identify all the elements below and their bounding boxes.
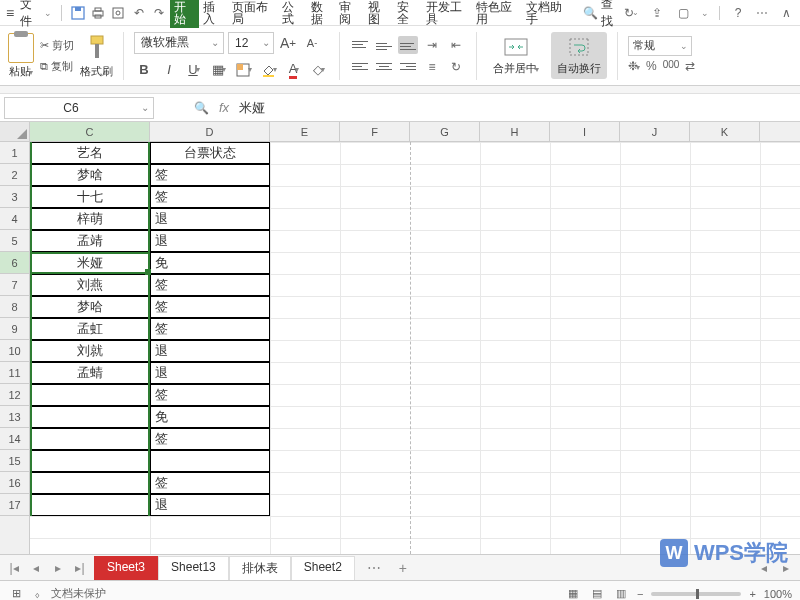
preview-icon[interactable]: [111, 5, 125, 21]
align-top-button[interactable]: [350, 36, 370, 54]
row-header-2[interactable]: 2: [0, 164, 29, 186]
scroll-right-icon[interactable]: ▸: [778, 561, 794, 575]
font-family-select[interactable]: 微软雅黑: [134, 32, 224, 54]
cell-D12[interactable]: 签: [150, 384, 270, 406]
underline-button[interactable]: U▾: [184, 60, 204, 80]
font-color-button[interactable]: A▾: [284, 60, 304, 80]
app-menu-icon[interactable]: ≡: [6, 5, 14, 21]
row-header-17[interactable]: 17: [0, 494, 29, 516]
collapse-icon[interactable]: ∧: [778, 5, 794, 21]
row-header-15[interactable]: 15: [0, 450, 29, 472]
currency-button[interactable]: ❉▾: [628, 59, 640, 76]
copy-button[interactable]: ⧉复制: [40, 57, 74, 75]
help-icon[interactable]: ?: [730, 5, 746, 21]
formula-input[interactable]: 米娅: [239, 99, 265, 117]
view-page-icon[interactable]: ▤: [589, 586, 605, 601]
sheet-tab-3[interactable]: Sheet2: [291, 556, 355, 580]
tab-formula[interactable]: 公式: [278, 0, 307, 28]
cell-D8[interactable]: 签: [150, 296, 270, 318]
border-button[interactable]: ▦▾: [209, 60, 229, 80]
zoom-in-button[interactable]: +: [749, 588, 755, 600]
percent-button[interactable]: %: [646, 59, 657, 76]
italic-button[interactable]: I: [159, 60, 179, 80]
view-custom-icon[interactable]: ▥: [613, 586, 629, 601]
tab-review[interactable]: 审阅: [335, 0, 364, 28]
col-header-G[interactable]: G: [410, 122, 480, 141]
cell-D15[interactable]: [150, 450, 270, 472]
zoom-slider[interactable]: [651, 592, 741, 596]
sheet-more-icon[interactable]: ⋯: [361, 560, 387, 576]
cell-C7[interactable]: 刘燕: [30, 274, 150, 296]
tab-home[interactable]: 开始: [170, 0, 199, 28]
row-header-12[interactable]: 12: [0, 384, 29, 406]
cell-C17[interactable]: [30, 494, 150, 516]
align-right-button[interactable]: [398, 58, 418, 76]
tab-dev[interactable]: 开发工具: [422, 0, 472, 28]
cell-D10[interactable]: 退: [150, 340, 270, 362]
view-normal-icon[interactable]: ▦: [565, 586, 581, 601]
col-header-H[interactable]: H: [480, 122, 550, 141]
protect-icon[interactable]: ⬨: [34, 588, 41, 600]
number-format-select[interactable]: 常规: [628, 36, 692, 56]
spreadsheet-grid[interactable]: CDEFGHIJK 1234567891011121314151617 艺名梦啥…: [0, 122, 800, 554]
tab-special[interactable]: 特色应用: [472, 0, 522, 28]
row-header-3[interactable]: 3: [0, 186, 29, 208]
col-header-K[interactable]: K: [690, 122, 760, 141]
cell-C10[interactable]: 刘就: [30, 340, 150, 362]
search-button[interactable]: 🔍查找: [583, 0, 621, 30]
align-center-button[interactable]: [374, 58, 394, 76]
row-header-13[interactable]: 13: [0, 406, 29, 428]
sheet-tab-2[interactable]: 排休表: [229, 556, 291, 580]
cell-D16[interactable]: 签: [150, 472, 270, 494]
cell-C13[interactable]: [30, 406, 150, 428]
wrap-text-button[interactable]: 自动换行: [551, 32, 607, 79]
row-header-8[interactable]: 8: [0, 296, 29, 318]
tab-view[interactable]: 视图: [364, 0, 393, 28]
select-all-corner[interactable]: [0, 122, 30, 141]
row-header-16[interactable]: 16: [0, 472, 29, 494]
insert-function-icon[interactable]: 🔍: [194, 101, 209, 115]
cell-C11[interactable]: 孟蜻: [30, 362, 150, 384]
merge-center-button[interactable]: 合并居中▾: [487, 32, 545, 79]
sheet-tab-1[interactable]: Sheet13: [158, 556, 229, 580]
tab-layout[interactable]: 页面布局: [228, 0, 278, 28]
cell-D3[interactable]: 签: [150, 186, 270, 208]
cell-C4[interactable]: 梓萌: [30, 208, 150, 230]
sheet-next-icon[interactable]: ▸: [50, 561, 66, 575]
tab-insert[interactable]: 插入: [199, 0, 228, 28]
sheet-last-icon[interactable]: ▸|: [72, 561, 88, 575]
redo-icon[interactable]: ↷: [152, 5, 166, 21]
cell-D7[interactable]: 签: [150, 274, 270, 296]
name-box[interactable]: C6: [4, 97, 154, 119]
col-header-C[interactable]: C: [30, 122, 150, 141]
cell-C1[interactable]: 艺名: [30, 142, 150, 164]
share-icon[interactable]: ⇪: [649, 5, 665, 21]
fill-color-button[interactable]: ▾: [259, 60, 279, 80]
sheet-prev-icon[interactable]: ◂: [28, 561, 44, 575]
align-bottom-button[interactable]: [398, 36, 418, 54]
align-left-button[interactable]: [350, 58, 370, 76]
justify-button[interactable]: ≡: [422, 58, 442, 76]
cell-D17[interactable]: 退: [150, 494, 270, 516]
orientation-button[interactable]: ↻: [446, 58, 466, 76]
add-sheet-button[interactable]: +: [393, 560, 413, 576]
cell-C3[interactable]: 十七: [30, 186, 150, 208]
font-size-select[interactable]: 12: [228, 32, 274, 54]
cell-D9[interactable]: 签: [150, 318, 270, 340]
cell-C16[interactable]: [30, 472, 150, 494]
scroll-left-icon[interactable]: ◂: [756, 561, 772, 575]
sheet-tab-0[interactable]: Sheet3: [94, 556, 158, 580]
bold-button[interactable]: B: [134, 60, 154, 80]
cell-C15[interactable]: [30, 450, 150, 472]
cell-D2[interactable]: 签: [150, 164, 270, 186]
cell-C5[interactable]: 孟靖: [30, 230, 150, 252]
tab-helper[interactable]: 文档助手: [522, 0, 572, 28]
col-header-I[interactable]: I: [550, 122, 620, 141]
cell-D13[interactable]: 免: [150, 406, 270, 428]
sync-icon[interactable]: ↻⌄: [623, 5, 639, 21]
col-header-F[interactable]: F: [340, 122, 410, 141]
save-icon[interactable]: [70, 5, 84, 21]
decrease-font-button[interactable]: A-: [302, 33, 322, 53]
decrease-indent-button[interactable]: ⇤: [446, 36, 466, 54]
increase-font-button[interactable]: A+: [278, 33, 298, 53]
